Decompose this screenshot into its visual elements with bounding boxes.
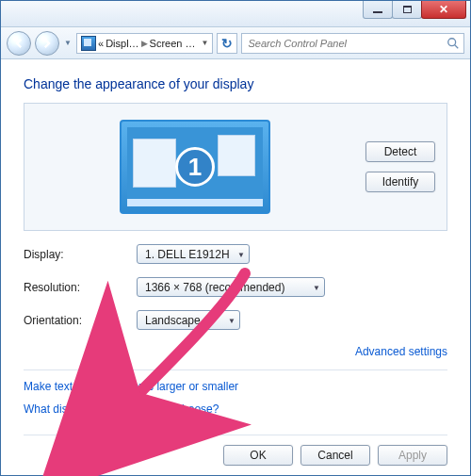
orientation-dropdown[interactable]: Landscape ▼ — [137, 310, 240, 330]
back-arrow-icon — [13, 38, 24, 49]
breadcrumb-part-1[interactable]: Displ… — [106, 38, 138, 49]
control-panel-icon — [81, 36, 96, 51]
content-area: Change the appearance of your display 1 … — [1, 59, 470, 475]
minimize-button[interactable] — [363, 1, 393, 19]
identify-button[interactable]: Identify — [365, 172, 435, 192]
forward-arrow-icon — [41, 38, 53, 49]
search-input[interactable] — [246, 37, 447, 50]
display-help-link[interactable]: What display settings should I choose? — [24, 402, 447, 416]
display-value: 1. DELL E1912H — [145, 248, 230, 261]
resolution-dropdown[interactable]: 1366 × 768 (recommended) ▼ — [137, 277, 325, 297]
orientation-value: Landscape — [145, 314, 201, 327]
dialog-buttons: OK Cancel Apply — [24, 435, 447, 466]
back-button[interactable] — [7, 31, 31, 56]
text-size-link[interactable]: Make text and other items larger or smal… — [24, 380, 447, 393]
apply-button[interactable]: Apply — [378, 445, 447, 466]
display-label: Display: — [24, 248, 137, 261]
page-title: Change the appearance of your display — [24, 76, 447, 91]
maximize-icon — [403, 6, 412, 13]
resolution-label: Resolution: — [24, 281, 137, 294]
breadcrumb-part-2[interactable]: Screen … — [150, 38, 196, 49]
close-button[interactable]: ✕ — [421, 1, 466, 19]
refresh-icon: ↻ — [221, 36, 233, 51]
display-preview-panel: 1 Detect Identify — [24, 103, 447, 231]
advanced-settings-link[interactable]: Advanced settings — [355, 345, 447, 358]
chevron-down-icon: ▼ — [313, 283, 320, 291]
svg-line-1 — [455, 44, 459, 48]
divider — [24, 369, 447, 370]
resolution-row: Resolution: 1366 × 768 (recommended) ▼ — [24, 277, 447, 297]
search-box[interactable] — [241, 33, 464, 54]
advanced-row: Advanced settings — [24, 345, 447, 358]
ok-button[interactable]: OK — [223, 445, 293, 466]
caption-buttons: ✕ — [364, 1, 466, 19]
breadcrumb[interactable]: « Displ… ▶ Screen … ▼ — [76, 33, 213, 54]
preview-buttons: Detect Identify — [358, 141, 439, 192]
display-dropdown[interactable]: 1. DELL E1912H ▼ — [137, 244, 250, 264]
breadcrumb-prefix: « — [98, 38, 104, 49]
maximize-button[interactable] — [392, 1, 422, 19]
chevron-down-icon: ▼ — [228, 316, 236, 324]
breadcrumb-dropdown-icon[interactable]: ▼ — [202, 39, 209, 47]
minimize-icon — [373, 11, 382, 13]
monitor-thumbnail[interactable]: 1 — [120, 120, 270, 214]
chevron-down-icon: ▼ — [237, 250, 245, 258]
refresh-button[interactable]: ↻ — [217, 33, 237, 54]
help-links: Make text and other items larger or smal… — [24, 380, 447, 416]
monitor-number-badge: 1 — [175, 147, 215, 187]
cancel-button[interactable]: Cancel — [300, 445, 370, 466]
titlebar: ✕ — [1, 1, 470, 27]
forward-button[interactable] — [35, 31, 59, 56]
breadcrumb-separator-icon: ▶ — [141, 39, 148, 48]
close-icon: ✕ — [439, 4, 448, 15]
svg-point-0 — [448, 38, 456, 45]
orientation-label: Orientation: — [24, 314, 137, 327]
search-icon — [447, 37, 460, 50]
window-frame: ✕ ▼ « Displ… ▶ Screen … ▼ ↻ Change the a… — [0, 0, 471, 476]
nav-history-dropdown[interactable]: ▼ — [63, 39, 73, 47]
detect-button[interactable]: Detect — [365, 141, 435, 162]
display-preview[interactable]: 1 — [32, 120, 358, 214]
resolution-value: 1366 × 768 (recommended) — [145, 281, 284, 294]
orientation-row: Orientation: Landscape ▼ — [24, 310, 447, 330]
nav-bar: ▼ « Displ… ▶ Screen … ▼ ↻ — [1, 27, 470, 59]
display-row: Display: 1. DELL E1912H ▼ — [24, 244, 447, 264]
